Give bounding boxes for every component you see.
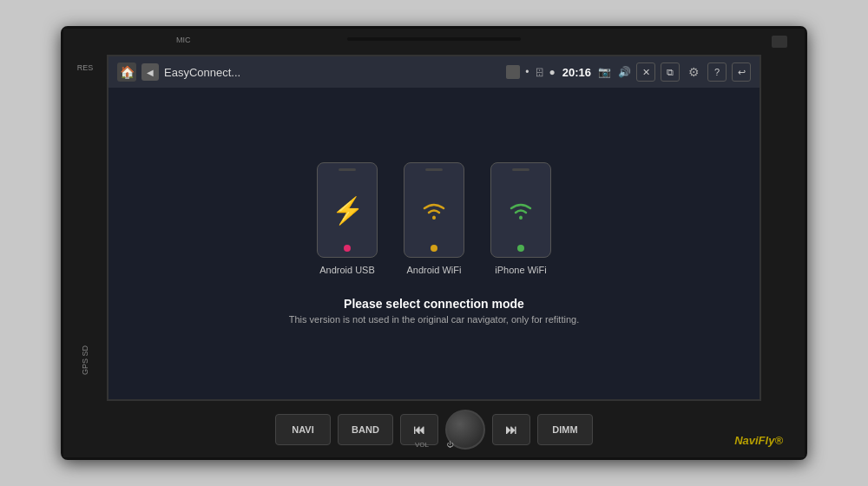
wifi-yellow-icon xyxy=(418,198,450,222)
power-label-text: ⏻ xyxy=(446,441,453,449)
car-unit: MIC RES SD GPS 🏠 ◀ EasyConnect... • ⌹ xyxy=(61,26,807,460)
help-icon-box[interactable]: ? xyxy=(707,62,727,82)
wifi-green-icon xyxy=(505,198,536,222)
navifly-brand: NaviFly® xyxy=(734,434,783,447)
iphone-wifi-label: iPhone WiFi xyxy=(495,265,546,275)
android-wifi-label: Android WiFi xyxy=(407,265,462,275)
iphone-wifi-phone xyxy=(490,162,551,258)
android-usb-phone: ⚡ xyxy=(317,162,378,258)
dimm-button[interactable]: DIMM xyxy=(537,414,593,445)
status-bar: 🏠 ◀ EasyConnect... • ⌹ ● 20:16 📷 🔊 ✕ ⧉ ⚙… xyxy=(108,56,760,88)
svg-point-1 xyxy=(519,216,523,220)
phones-row: ⚡ Android USB xyxy=(317,162,551,275)
side-labels-left: RES SD GPS xyxy=(63,55,107,401)
usb-back-icon[interactable]: ◀ xyxy=(141,63,159,81)
usb-icon: ⚡ xyxy=(332,195,364,226)
settings-icon[interactable]: ⚙ xyxy=(685,63,702,81)
android-usb-card[interactable]: ⚡ Android USB xyxy=(317,162,378,275)
res-label: RES xyxy=(77,63,94,72)
home-icon[interactable]: 🏠 xyxy=(117,62,136,82)
main-area: RES SD GPS 🏠 ◀ EasyConnect... • ⌹ ● 20:1… xyxy=(63,55,805,401)
screen: 🏠 ◀ EasyConnect... • ⌹ ● 20:16 📷 🔊 ✕ ⧉ ⚙… xyxy=(107,55,761,401)
bluetooth-symbol: ⌹ xyxy=(536,66,542,78)
mic-label: MIC xyxy=(176,36,191,44)
gps-label: GPS xyxy=(81,358,89,375)
volume-icon: 🔊 xyxy=(618,66,631,78)
svg-point-0 xyxy=(432,216,436,220)
bottom-controls: NAVI BAND ⏮ ⏭ DIMM VOL ⏻ NaviFly® xyxy=(63,401,805,457)
sd-label: SD xyxy=(81,345,89,357)
close-icon-box[interactable]: ✕ xyxy=(636,62,655,82)
message-area: Please select connection mode This versi… xyxy=(289,297,579,325)
small-button-top[interactable] xyxy=(772,36,787,48)
status-icons-group: • ⌹ ● 20:16 📷 🔊 xyxy=(525,66,631,79)
extra-icons-group: ✕ ⧉ ⚙ ? ↩ xyxy=(636,62,751,82)
top-strip: MIC xyxy=(63,29,805,55)
location-icon: ● xyxy=(549,66,556,78)
vol-power-labels: VOL ⏻ xyxy=(415,441,453,449)
android-wifi-card[interactable]: Android WiFi xyxy=(404,162,464,275)
band-button[interactable]: BAND xyxy=(338,414,393,445)
app-name: EasyConnect... xyxy=(164,66,499,79)
back-icon-box[interactable]: ↩ xyxy=(732,62,751,82)
message-title: Please select connection mode xyxy=(289,297,579,311)
iphone-wifi-card[interactable]: iPhone WiFi xyxy=(490,162,551,275)
cd-slot xyxy=(347,37,521,41)
message-subtitle: This version is not used in the original… xyxy=(289,314,579,325)
app-menu-icon[interactable] xyxy=(506,65,520,79)
bluetooth-icon: • xyxy=(525,66,529,78)
navi-button[interactable]: NAVI xyxy=(275,414,331,445)
android-usb-label: Android USB xyxy=(319,265,375,275)
content-area: ⚡ Android USB xyxy=(108,88,760,399)
vol-label-text: VOL xyxy=(415,441,429,449)
time-display: 20:16 xyxy=(562,66,591,79)
copy-icon-box[interactable]: ⧉ xyxy=(661,62,680,82)
android-wifi-phone xyxy=(404,162,464,258)
next-button[interactable]: ⏭ xyxy=(492,414,530,445)
side-right xyxy=(761,55,805,401)
camera-icon: 📷 xyxy=(598,66,611,78)
